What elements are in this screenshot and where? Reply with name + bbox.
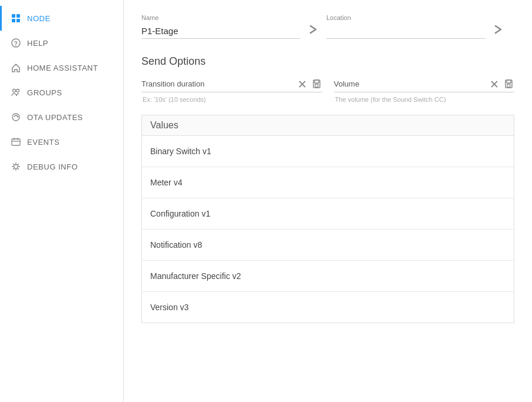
help-icon: ?: [11, 38, 21, 48]
svg-rect-2: [12, 19, 15, 22]
list-item-0[interactable]: Binary Switch v1: [142, 136, 514, 167]
svg-rect-9: [12, 139, 20, 145]
svg-rect-31: [507, 84, 510, 87]
send-options-row: Transition duration Ex: '10s' (10 second…: [141, 79, 514, 103]
volume-hint: The volume (for the Sound Switch CC): [334, 96, 515, 103]
svg-rect-26: [315, 84, 318, 87]
svg-rect-3: [16, 19, 20, 22]
transition-duration-save-button[interactable]: [311, 79, 322, 88]
sidebar-item-node[interactable]: NODE: [0, 6, 123, 31]
sidebar: NODE ? HELP HOME ASSISTANT GROUPS: [0, 0, 124, 402]
volume-clear-button[interactable]: [489, 80, 500, 88]
sidebar-item-help-label: HELP: [27, 39, 48, 48]
ota-icon: [11, 112, 21, 122]
transition-duration-field: Transition duration Ex: '10s' (10 second…: [141, 79, 322, 103]
transition-duration-clear-button[interactable]: [297, 80, 308, 88]
name-field-group: Name: [141, 14, 300, 39]
node-icon: [11, 14, 21, 23]
list-item-5[interactable]: Version v3: [142, 292, 514, 323]
svg-text:?: ?: [14, 41, 18, 47]
location-arrow-button[interactable]: [485, 21, 511, 38]
sidebar-item-debug-label: DEBUG INFO: [27, 162, 78, 171]
volume-header: Volume: [334, 79, 515, 92]
sidebar-item-home-assistant[interactable]: HOME ASSISTANT: [0, 55, 123, 80]
volume-field: Volume The volume (for the Sound Switch …: [334, 79, 515, 103]
name-label: Name: [141, 14, 300, 21]
name-input[interactable]: [141, 24, 300, 39]
sidebar-item-groups-label: GROUPS: [27, 88, 62, 97]
svg-line-21: [13, 168, 15, 170]
sidebar-item-node-label: NODE: [27, 14, 51, 23]
list-item-1[interactable]: Meter v4: [142, 167, 514, 198]
list-item-4[interactable]: Manufacturer Specific v2: [142, 261, 514, 292]
transition-duration-header: Transition duration: [141, 79, 322, 92]
svg-point-7: [16, 89, 19, 92]
sidebar-item-home-assistant-label: HOME ASSISTANT: [27, 64, 98, 72]
events-icon: [11, 137, 21, 147]
send-options-section: Send Options Transition duration Ex: '10…: [141, 55, 514, 103]
home-icon: [11, 63, 21, 72]
volume-label: Volume: [334, 79, 486, 88]
values-section: Values Binary Switch v1 Meter v4 Configu…: [141, 115, 514, 323]
location-input[interactable]: [326, 24, 485, 39]
name-arrow-button[interactable]: [300, 21, 326, 38]
values-list: Binary Switch v1 Meter v4 Configuration …: [141, 135, 514, 323]
sidebar-item-groups[interactable]: GROUPS: [0, 80, 123, 105]
list-item-3[interactable]: Notification v8: [142, 230, 514, 261]
svg-line-18: [13, 164, 15, 165]
sidebar-item-ota-updates[interactable]: OTA UPDATES: [0, 105, 123, 129]
list-item-2[interactable]: Configuration v1: [142, 198, 514, 230]
send-options-title: Send Options: [141, 55, 514, 68]
values-title: Values: [141, 115, 514, 135]
sidebar-item-events[interactable]: EVENTS: [0, 129, 123, 154]
sidebar-item-help[interactable]: ? HELP: [0, 31, 123, 55]
svg-rect-0: [12, 14, 15, 18]
svg-point-13: [14, 165, 18, 169]
main-content: Name Location Send Options Transition du…: [124, 0, 532, 402]
location-label: Location: [326, 14, 485, 21]
volume-save-button[interactable]: [503, 79, 514, 88]
sidebar-item-ota-label: OTA UPDATES: [27, 113, 83, 122]
transition-duration-hint: Ex: '10s' (10 seconds): [141, 96, 322, 103]
svg-line-19: [18, 168, 19, 170]
svg-point-6: [13, 89, 16, 92]
name-location-row: Name Location: [141, 14, 514, 39]
debug-icon: [11, 162, 21, 171]
svg-rect-1: [16, 14, 20, 18]
transition-duration-label: Transition duration: [141, 79, 293, 88]
location-field-group: Location: [326, 14, 485, 39]
sidebar-item-debug-info[interactable]: DEBUG INFO: [0, 154, 123, 179]
sidebar-item-events-label: EVENTS: [27, 138, 60, 147]
groups-icon: [11, 88, 21, 97]
svg-line-20: [18, 164, 19, 165]
